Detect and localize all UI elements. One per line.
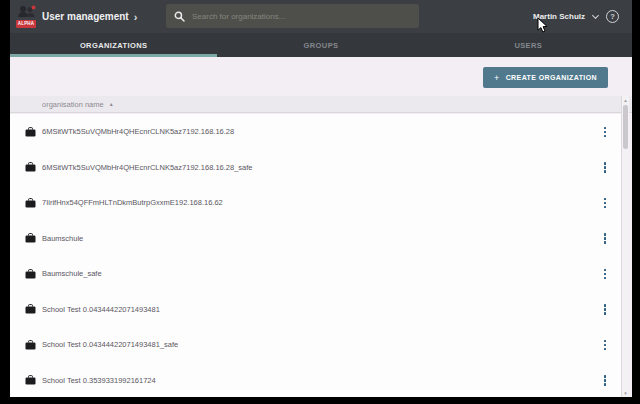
organization-name: Baumschule_safe xyxy=(42,269,601,278)
table-row[interactable]: School Test 0.04344422071493481 xyxy=(10,292,621,328)
row-menu-button[interactable] xyxy=(601,337,610,354)
help-icon[interactable]: ? xyxy=(606,10,619,23)
search-input[interactable] xyxy=(192,12,411,21)
organizations-panel: + CREATE ORGANIZATION organisation name … xyxy=(10,57,632,397)
table-row[interactable]: School Test 0.04344422071493481_safe xyxy=(10,327,621,363)
briefcase-icon xyxy=(25,269,36,279)
screen: ALPHA User management › Martin Schulz ? xyxy=(0,0,640,404)
column-header-label: organisation name xyxy=(42,100,104,109)
org-table-body: 6MSitWTk5SuVQMbHr4QHEcnrCLNK5az7192.168.… xyxy=(10,114,621,397)
create-organization-button[interactable]: + CREATE ORGANIZATION xyxy=(483,67,608,88)
row-menu-button[interactable] xyxy=(601,159,610,176)
tab-users[interactable]: USERS xyxy=(425,33,632,57)
page-title: User management xyxy=(42,11,129,22)
top-bar: ALPHA User management › Martin Schulz ? xyxy=(10,0,632,33)
create-organization-label: CREATE ORGANIZATION xyxy=(506,74,597,81)
plus-icon: + xyxy=(494,73,500,83)
chevron-right-icon: › xyxy=(134,11,138,23)
scroll-down-icon[interactable]: ▾ xyxy=(622,390,629,396)
organization-name: Baumschule xyxy=(42,234,601,243)
table-row[interactable]: 6MSitWTk5SuVQMbHr4QHEcnrCLNK5az7192.168.… xyxy=(10,114,621,150)
row-menu-button[interactable] xyxy=(601,372,610,389)
user-management-app: ALPHA User management › Martin Schulz ? xyxy=(10,0,632,397)
table-row[interactable]: Baumschule_safe xyxy=(10,256,621,292)
people-icon xyxy=(16,5,37,20)
row-menu-button[interactable] xyxy=(601,301,610,318)
tab-organizations[interactable]: ORGANIZATIONS xyxy=(10,33,217,57)
row-menu-button[interactable] xyxy=(601,266,610,283)
briefcase-icon xyxy=(25,127,36,137)
table-row[interactable]: 7IirifHnx54QFFmHLTnDkmButrpGxxmE192.168.… xyxy=(10,185,621,221)
chevron-down-icon[interactable] xyxy=(592,11,599,18)
breadcrumb: User management › xyxy=(42,0,137,33)
search-icon xyxy=(174,11,185,22)
user-menu[interactable]: Martin Schulz ? xyxy=(533,0,619,33)
organization-name: School Test 0.3539331992161724 xyxy=(42,376,601,385)
row-menu-button[interactable] xyxy=(601,195,610,212)
sort-ascending-icon: ▲ xyxy=(109,101,114,107)
user-name[interactable]: Martin Schulz xyxy=(533,12,585,21)
table-row[interactable]: 6MSitWTk5SuVQMbHr4QHEcnrCLNK5az7192.168.… xyxy=(10,150,621,186)
briefcase-icon xyxy=(25,233,36,243)
row-menu-button[interactable] xyxy=(601,230,610,247)
briefcase-icon xyxy=(25,340,36,350)
scroll-up-icon[interactable]: ▴ xyxy=(622,97,629,103)
briefcase-icon xyxy=(25,198,36,208)
row-menu-button[interactable] xyxy=(601,124,610,141)
scrollbar[interactable]: ▴ ▾ xyxy=(621,96,629,397)
app-logo-icon[interactable]: ALPHA xyxy=(16,5,37,28)
table-row[interactable]: School Test 0.3539331992161724 xyxy=(10,363,621,398)
scrollbar-thumb[interactable] xyxy=(623,105,628,149)
organization-name: School Test 0.04344422071493481_safe xyxy=(42,340,601,349)
briefcase-icon xyxy=(25,162,36,172)
organization-name: 7IirifHnx54QFFmHLTnDkmButrpGxxmE192.168.… xyxy=(42,198,601,207)
tab-bar: ORGANIZATIONS GROUPS USERS xyxy=(10,33,632,57)
briefcase-icon xyxy=(25,304,36,314)
organization-name: 6MSitWTk5SuVQMbHr4QHEcnrCLNK5az7192.168.… xyxy=(42,163,601,172)
table-row[interactable]: Baumschule xyxy=(10,221,621,257)
organization-name: School Test 0.04344422071493481 xyxy=(42,305,601,314)
tab-groups[interactable]: GROUPS xyxy=(217,33,424,57)
logo-badge: ALPHA xyxy=(16,20,36,28)
search-bar[interactable] xyxy=(166,4,419,28)
column-header-organisation-name[interactable]: organisation name ▲ xyxy=(10,96,632,113)
briefcase-icon xyxy=(25,375,36,385)
organization-name: 6MSitWTk5SuVQMbHr4QHEcnrCLNK5az7192.168.… xyxy=(42,127,601,136)
